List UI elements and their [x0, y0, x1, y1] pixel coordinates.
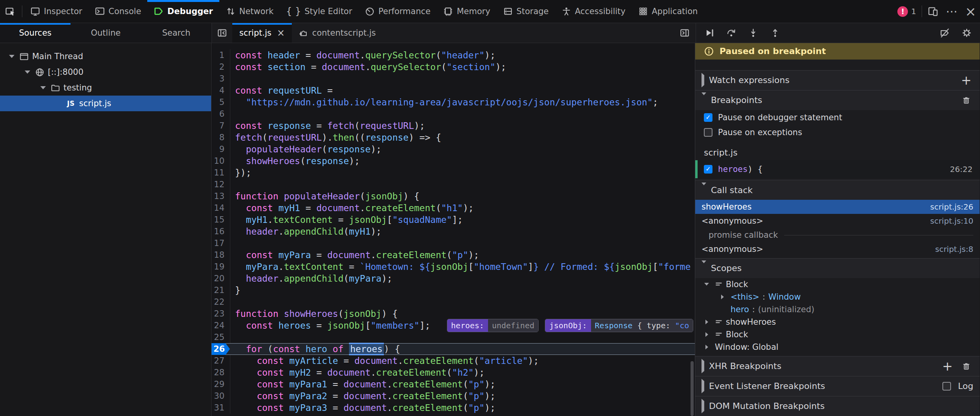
checkbox[interactable]: ✓: [704, 165, 712, 174]
editor-tab-script[interactable]: script.js×: [232, 23, 292, 43]
section-header-watch-expressions[interactable]: Watch expressions+: [695, 70, 980, 90]
tab-application[interactable]: Application: [632, 0, 704, 23]
scope-node[interactable]: Block: [695, 278, 980, 291]
line-number[interactable]: 27: [212, 355, 230, 367]
tab-style-editor[interactable]: { }Style Editor: [280, 0, 358, 23]
line-number[interactable]: 26: [212, 343, 230, 355]
line-number[interactable]: 25: [212, 331, 230, 343]
line-number[interactable]: 20: [212, 273, 230, 284]
line-number[interactable]: 12: [212, 179, 230, 190]
line-number[interactable]: 14: [212, 202, 230, 214]
tab-console[interactable]: Console: [89, 0, 147, 23]
breakpoint-option[interactable]: ✓Pause on debugger statement: [695, 110, 980, 125]
line-number[interactable]: 28: [212, 367, 230, 378]
line-number[interactable]: 16: [212, 226, 230, 237]
scope-node[interactable]: showHeroes: [695, 316, 980, 328]
section-header-event-listener-breakpoints[interactable]: Event Listener BreakpointsLog: [695, 376, 980, 396]
scope-node[interactable]: Block: [695, 328, 980, 341]
tab-storage[interactable]: Storage: [497, 0, 555, 23]
error-indicator[interactable]: !1: [893, 0, 920, 23]
line-number[interactable]: 3: [212, 73, 230, 85]
resume-button[interactable]: [698, 23, 720, 43]
section-header-xhr-breakpoints[interactable]: XHR Breakpoints+: [695, 356, 980, 376]
scope-node[interactable]: hero: (uninitialized): [695, 303, 980, 316]
line-number[interactable]: 31: [212, 402, 230, 414]
stack-frame[interactable]: showHeroesscript.js:26: [695, 200, 980, 214]
tree-item-script-js[interactable]: JSscript.js: [0, 96, 211, 111]
line-number[interactable]: 7: [212, 120, 230, 132]
disable-breakpoints-button[interactable]: [934, 23, 956, 43]
pane-tab-outline[interactable]: Outline: [71, 23, 141, 43]
globe-icon: [33, 67, 46, 77]
tab-network[interactable]: Network: [219, 0, 280, 23]
step-in-button[interactable]: [742, 23, 764, 43]
meatball-menu-button[interactable]: ⋯: [942, 0, 961, 23]
stack-frame[interactable]: promise callback: [695, 228, 980, 242]
tree-item--8000[interactable]: [::]:8000: [0, 64, 211, 80]
tab-performance[interactable]: Performance: [358, 0, 437, 23]
add-watch-button[interactable]: +: [959, 74, 973, 87]
section-header-call-stack[interactable]: Call stack: [695, 180, 980, 200]
tab-memory[interactable]: Memory: [437, 0, 496, 23]
tab-accessibility[interactable]: Accessibility: [555, 0, 632, 23]
line-number[interactable]: 29: [212, 378, 230, 390]
settings-button[interactable]: [956, 23, 978, 43]
editor-tab-contentscript[interactable]: contentscript.js: [292, 23, 383, 43]
stack-frame[interactable]: <anonymous>script.js:8: [695, 242, 980, 256]
pane-tab-sources[interactable]: Sources: [0, 23, 71, 43]
section-header-scopes[interactable]: Scopes: [695, 258, 980, 278]
line-number[interactable]: 8: [212, 132, 230, 143]
scope-node[interactable]: Window: Global: [695, 341, 980, 353]
line-number[interactable]: 21: [212, 284, 230, 296]
remove-xhr-breakpoints-button[interactable]: [959, 362, 973, 371]
chevron-right-icon: [702, 361, 704, 371]
line-number[interactable]: 10: [212, 155, 230, 167]
scope-node[interactable]: <this>: Window: [695, 291, 980, 303]
line-number[interactable]: 17: [212, 237, 230, 249]
line-number[interactable]: 30: [212, 390, 230, 402]
pane-tab-search[interactable]: Search: [141, 23, 212, 43]
close-tab-icon[interactable]: ×: [277, 27, 285, 38]
checkbox[interactable]: ✓: [704, 113, 712, 122]
add-xhr-breakpoint-button[interactable]: +: [940, 360, 955, 373]
tab-inspector[interactable]: Inspector: [24, 0, 89, 23]
error-badge-icon: !: [897, 6, 908, 17]
tab-debugger[interactable]: Debugger: [147, 0, 219, 23]
line-number[interactable]: 13: [212, 190, 230, 202]
line-number[interactable]: 11: [212, 167, 230, 179]
line-number[interactable]: 19: [212, 261, 230, 273]
pick-element-button[interactable]: [0, 0, 20, 23]
collapse-panes-button[interactable]: [212, 23, 232, 43]
line-number[interactable]: 6: [212, 108, 230, 120]
close-devtools-button[interactable]: ×: [961, 0, 980, 23]
line-number[interactable]: 22: [212, 296, 230, 308]
code-editor[interactable]: 1const header = document.querySelector("…: [212, 43, 695, 416]
line-number[interactable]: 2: [212, 61, 230, 73]
line-number[interactable]: 5: [212, 96, 230, 108]
line-number[interactable]: 24: [212, 320, 230, 331]
section-header-breakpoints[interactable]: Breakpoints: [695, 90, 980, 110]
breakpoint-option[interactable]: Pause on exceptions: [695, 125, 980, 140]
code-text: const myPara3 = document.createElement("…: [230, 403, 495, 413]
checkbox[interactable]: [704, 128, 712, 137]
step-out-button[interactable]: [764, 23, 786, 43]
tree-item-testing[interactable]: testing: [0, 80, 211, 96]
breakpoint-entry[interactable]: ✓heroes) {26:22: [695, 160, 980, 178]
responsive-mode-button[interactable]: [924, 0, 942, 23]
expand-panes-button[interactable]: [674, 23, 696, 43]
section-header-dom-mutation-breakpoints[interactable]: DOM Mutation Breakpoints: [695, 396, 980, 416]
editor-tab-label: contentscript.js: [312, 28, 376, 38]
line-number[interactable]: 1: [212, 49, 230, 61]
line-number[interactable]: 23: [212, 308, 230, 320]
stack-frame[interactable]: <anonymous>script.js:10: [695, 214, 980, 228]
line-number[interactable]: 18: [212, 249, 230, 261]
line-number[interactable]: 15: [212, 214, 230, 226]
remove-breakpoints-button[interactable]: [959, 96, 973, 105]
line-number[interactable]: 4: [212, 85, 230, 96]
checkbox[interactable]: [942, 382, 951, 391]
source-pane-tabs: SourcesOutlineSearch: [0, 23, 212, 43]
editor-scrollbar[interactable]: [691, 361, 694, 416]
step-over-button[interactable]: [720, 23, 742, 43]
tree-item-main-thread[interactable]: Main Thread: [0, 49, 211, 64]
line-number[interactable]: 9: [212, 143, 230, 155]
